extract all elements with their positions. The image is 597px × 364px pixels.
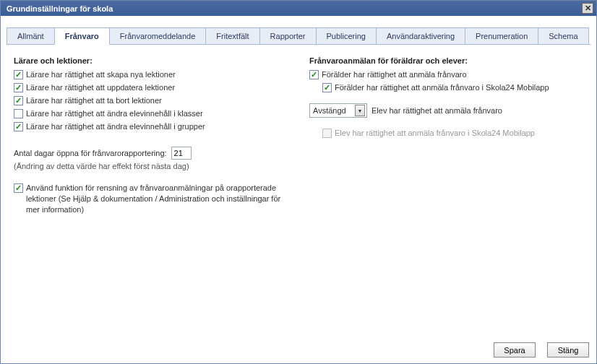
right-heading: Frånvaroanmälan för föräldrar och elever…: [309, 56, 583, 65]
chk-label: Använd funktion för rensning av frånvaro…: [26, 183, 288, 215]
tabstrip: Allmänt Frånvaro Frånvaromeddelande Frit…: [7, 27, 590, 45]
select-value: Avstängd: [313, 106, 346, 115]
tab-franvaro[interactable]: Frånvaro: [54, 27, 110, 45]
checkbox-icon[interactable]: [322, 83, 332, 92]
right-column: Frånvaroanmälan för föräldrar och elever…: [309, 56, 583, 326]
tab-publicering[interactable]: Publicering: [316, 27, 377, 44]
tab-fritextfalt[interactable]: Fritextfält: [205, 27, 259, 44]
chk-label: Förälder har rättighet att anmäla frånva…: [335, 82, 549, 93]
titlebar: Grundinställningar för skola ✕: [1, 1, 596, 16]
chk-label: Lärare har rättighet att ta bort lektion…: [26, 95, 162, 106]
checkbox-icon[interactable]: [14, 183, 23, 193]
tab-allmant[interactable]: Allmänt: [7, 27, 55, 44]
save-button[interactable]: Spara: [494, 342, 536, 358]
chk-label: Elev har rättighet att anmäla frånvaro i…: [335, 128, 535, 139]
tab-prenumeration[interactable]: Prenumeration: [465, 27, 538, 44]
left-column: Lärare och lektioner: Lärare har rättigh…: [14, 56, 288, 326]
footer: Spara Stäng: [1, 338, 596, 363]
tabstrip-wrap: Allmänt Frånvaro Frånvaromeddelande Frit…: [1, 16, 596, 45]
chk-label: Lärare har rättighet att ändra elevinneh…: [26, 108, 203, 119]
chk-parent-mobile[interactable]: Förälder har rättighet att anmäla frånva…: [322, 82, 583, 93]
tab-franvaromeddelande[interactable]: Frånvaromeddelande: [109, 27, 207, 44]
tab-schema[interactable]: Schema: [538, 27, 588, 44]
checkbox-icon[interactable]: [14, 109, 23, 118]
chk-label: Förälder har rättighet att anmäla frånva…: [322, 69, 467, 80]
checkbox-icon[interactable]: [14, 122, 23, 131]
chk-student-mobile: Elev har rättighet att anmäla frånvaro i…: [322, 128, 583, 139]
left-heading: Lärare och lektioner:: [14, 56, 288, 65]
tab-anvandaraktivering[interactable]: Användaraktivering: [376, 27, 465, 44]
content: Lärare och lektioner: Lärare har rättigh…: [1, 45, 596, 338]
chk-parent-report[interactable]: Förälder har rättighet att anmäla frånva…: [309, 69, 583, 80]
checkbox-icon: [322, 129, 332, 138]
days-open-row: Antal dagar öppna för frånvarorapporteri…: [14, 147, 288, 160]
close-button[interactable]: Stäng: [547, 342, 589, 358]
days-open-label: Antal dagar öppna för frånvarorapporteri…: [14, 149, 167, 157]
chk-edit-group-students[interactable]: Lärare har rättighet att ändra elevinneh…: [14, 121, 288, 132]
chk-label: Lärare har rättighet att skapa nya lekti…: [26, 69, 176, 80]
student-report-row: Avstängd ▼ Elev har rättighet att anmäla…: [309, 103, 583, 118]
chk-label: Lärare har rättighet att uppdatera lekti…: [26, 82, 175, 93]
student-report-select[interactable]: Avstängd ▼: [309, 103, 367, 118]
checkbox-icon[interactable]: [14, 96, 23, 105]
settings-window: Grundinställningar för skola ✕ Allmänt F…: [0, 0, 597, 364]
student-report-label: Elev har rättighet att anmäla frånvaro: [371, 106, 502, 115]
days-open-input[interactable]: [171, 147, 192, 160]
checkbox-icon[interactable]: [309, 70, 319, 79]
chk-cleanup-function[interactable]: Använd funktion för rensning av frånvaro…: [14, 183, 288, 215]
days-open-note: (Ändring av detta värde har effekt först…: [14, 162, 288, 170]
chk-label: Lärare har rättighet att ändra elevinneh…: [26, 121, 205, 132]
close-icon[interactable]: ✕: [582, 3, 593, 14]
chevron-down-icon[interactable]: ▼: [355, 105, 365, 116]
window-title: Grundinställningar för skola: [7, 4, 582, 13]
chk-delete-lessons[interactable]: Lärare har rättighet att ta bort lektion…: [14, 95, 288, 106]
chk-create-lessons[interactable]: Lärare har rättighet att skapa nya lekti…: [14, 69, 288, 80]
checkbox-icon[interactable]: [14, 83, 23, 92]
chk-update-lessons[interactable]: Lärare har rättighet att uppdatera lekti…: [14, 82, 288, 93]
tab-rapporter[interactable]: Rapporter: [259, 27, 317, 44]
checkbox-icon[interactable]: [14, 70, 23, 79]
chk-edit-class-students[interactable]: Lärare har rättighet att ändra elevinneh…: [14, 108, 288, 119]
